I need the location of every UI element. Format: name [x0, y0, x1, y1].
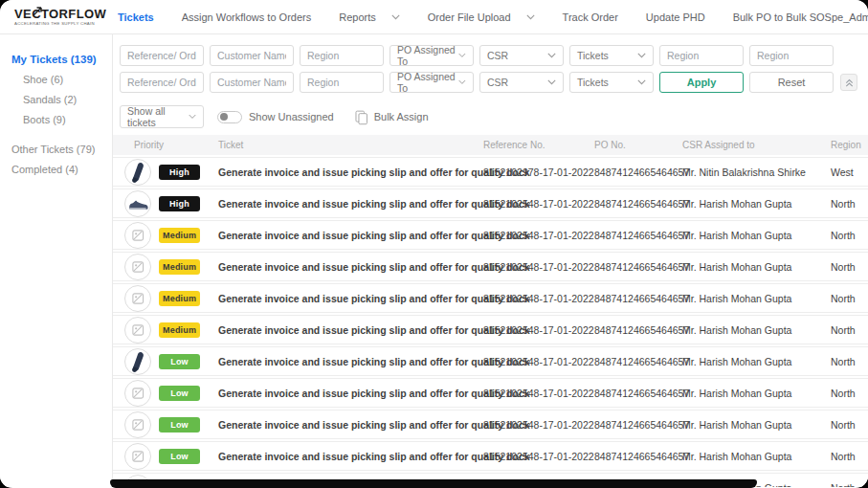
filter-input-customer-name[interactable]: [210, 72, 294, 93]
filter-input-region[interactable]: [749, 45, 834, 66]
csr-assigned-to: Mr. Nitin Balakrishna Shirke: [682, 166, 831, 178]
po-no: 84874124665464657: [594, 388, 682, 399]
table-row[interactable]: Low Generate invoice and issue picking s…: [113, 378, 868, 408]
priority-badge: Medium: [159, 291, 200, 306]
reference-no: 8152102978-17-01-2022: [483, 166, 594, 178]
filter-row-1: PO Assigned To CSR Tickets: [120, 45, 868, 66]
reference-no: 8152102548-17-01-2022: [483, 198, 594, 210]
filter-select-tickets[interactable]: Tickets: [569, 45, 654, 66]
filter-select-csr[interactable]: CSR: [479, 72, 564, 93]
filter-field: [120, 45, 204, 66]
table-row[interactable]: Low Generate invoice and issue picking s…: [113, 410, 868, 439]
sidebar-item-completed-4[interactable]: Completed (4): [0, 160, 112, 180]
main-nav: Tickets Assign Workflows to Orders Repor…: [118, 11, 825, 23]
region-value: North: [831, 388, 868, 399]
sidebar-item-my-tickets-139[interactable]: My Tickets (139): [0, 50, 112, 70]
product-image: [124, 222, 151, 249]
sidebar-item-shoe-6[interactable]: Shoe (6): [0, 70, 112, 90]
table-row[interactable]: High Generate invoice and issue picking …: [113, 157, 868, 187]
table-row[interactable]: Medium Generate invoice and issue pickin…: [113, 315, 868, 344]
region-value: North: [831, 230, 868, 241]
window-shadow: [110, 479, 757, 488]
sidebar-item-other-tickets-79[interactable]: Other Tickets (79): [0, 140, 112, 160]
nav-item-label: Track Order: [563, 11, 618, 23]
sidebar-item-boots-9[interactable]: Boots (9): [0, 110, 112, 130]
nav-item-label: Order File Upload: [428, 11, 511, 23]
filter-input-region[interactable]: [300, 72, 384, 93]
product-image: [124, 443, 151, 470]
col-header-po: PO No.: [594, 140, 682, 150]
nav-item-label: Bulk PO to Bulk SO: [733, 11, 825, 23]
user-menu[interactable]: Spe_Admin: [825, 8, 868, 26]
product-image: [124, 348, 151, 375]
col-header-ticket: Ticket: [218, 140, 483, 150]
priority-cell: Medium: [113, 254, 218, 280]
nav-item-tickets[interactable]: Tickets: [118, 11, 154, 23]
product-image: [124, 285, 151, 312]
show-all-tickets-select[interactable]: Show all tickets: [120, 105, 204, 128]
brand-name: VECTORFLOW: [14, 8, 113, 20]
filter-field: [300, 45, 384, 66]
filters-panel: PO Assigned To CSR Tickets: [120, 45, 868, 93]
apply-button[interactable]: Apply: [659, 72, 744, 93]
nav-item-assign-workflows-to-orders[interactable]: Assign Workflows to Orders: [182, 11, 312, 23]
bulk-assign-button[interactable]: Bulk Assign: [353, 109, 429, 125]
table-row[interactable]: Medium Generate invoice and issue pickin…: [113, 283, 868, 313]
filter-select-label: PO Assigned To: [397, 71, 458, 94]
sneaker-shoe-icon: [125, 191, 150, 216]
image-placeholder-icon: [125, 223, 150, 248]
region-value: North: [831, 198, 868, 210]
user-name: Spe_Admin: [825, 11, 868, 23]
filter-input-region[interactable]: [300, 45, 384, 66]
filter-field: [659, 45, 744, 66]
table-row[interactable]: Low Generate invoice and issue picking s…: [113, 346, 868, 376]
filter-select-label: PO Assigned To: [397, 44, 458, 67]
filter-field: [210, 45, 294, 66]
po-no: 84874124665464657: [594, 451, 682, 462]
priority-cell: Low: [113, 411, 218, 438]
chevron-down-icon: [391, 14, 400, 20]
ticket-text: Generate invoice and issue picking slip …: [218, 388, 483, 399]
filter-select-tickets[interactable]: Tickets: [569, 72, 654, 93]
table-row[interactable]: Medium Generate invoice and issue pickin…: [113, 220, 868, 250]
double-chevron-up-icon: [844, 78, 855, 88]
top-nav-bar: VECTORFLOW ACCELERATING THE SUPPLY CHAIN…: [0, 0, 868, 34]
table-row[interactable]: High Generate invoice and issue picking …: [113, 189, 868, 218]
image-placeholder-icon: [125, 444, 150, 469]
filter-select-label: Tickets: [577, 50, 609, 61]
nav-item-order-file-upload[interactable]: Order File Upload: [428, 11, 535, 23]
priority-cell: Medium: [113, 285, 218, 312]
filter-input-reference-order[interactable]: [120, 45, 204, 66]
reset-button[interactable]: Reset: [749, 72, 834, 93]
table-toolbar: Show all tickets Show Unassigned Bulk As…: [120, 105, 868, 128]
ticket-text: Generate invoice and issue picking slip …: [218, 356, 483, 367]
ticket-text: Generate invoice and issue picking slip …: [218, 451, 483, 462]
priority-cell: Medium: [113, 222, 218, 249]
table-row[interactable]: Low Generate invoice and issue picking s…: [113, 441, 868, 471]
nav-item-update-phd[interactable]: Update PHD: [646, 11, 705, 23]
filter-input-reference-order[interactable]: [120, 72, 204, 93]
po-no: 84874124665464657: [594, 419, 682, 431]
sidebar-item-sandals-2[interactable]: Sandals (2): [0, 90, 112, 110]
filter-input-region[interactable]: [659, 45, 744, 66]
table-row[interactable]: Medium Generate invoice and issue pickin…: [113, 252, 868, 281]
region-value: North: [831, 293, 868, 304]
product-image: [124, 254, 151, 280]
brand-logo[interactable]: VECTORFLOW ACCELERATING THE SUPPLY CHAIN: [0, 8, 113, 27]
collapse-filters-button[interactable]: [840, 74, 857, 91]
nav-item-reports[interactable]: Reports: [339, 11, 400, 23]
image-placeholder-icon: [125, 381, 150, 406]
main-content: PO Assigned To CSR Tickets: [113, 34, 868, 487]
image-placeholder-icon: [125, 255, 150, 279]
reference-no: 8152102548-17-01-2022: [483, 261, 594, 273]
filter-input-customer-name[interactable]: [210, 45, 294, 66]
nav-item-track-order[interactable]: Track Order: [563, 11, 618, 23]
filter-select-csr[interactable]: CSR: [479, 45, 564, 66]
nav-item-bulk-po-to-bulk-so[interactable]: Bulk PO to Bulk SO: [733, 11, 825, 23]
ticket-text: Generate invoice and issue picking slip …: [218, 293, 483, 304]
filter-select-po-assigned-to[interactable]: PO Assigned To: [389, 72, 474, 93]
show-unassigned-toggle[interactable]: [217, 111, 242, 123]
chevron-down-icon: [458, 53, 466, 58]
product-image: [124, 317, 151, 344]
filter-select-po-assigned-to[interactable]: PO Assigned To: [389, 45, 474, 66]
